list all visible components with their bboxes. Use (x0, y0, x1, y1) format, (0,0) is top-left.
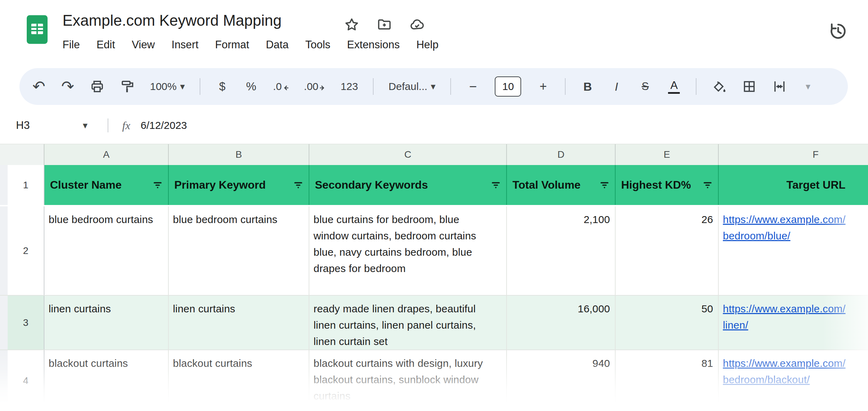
menu-edit[interactable]: Edit (95, 38, 116, 52)
cell-C2[interactable]: blue curtains for bedroom, blue window c… (309, 206, 507, 295)
menu-view[interactable]: View (130, 38, 156, 52)
zoom-select[interactable]: 100% ▾ (150, 76, 185, 97)
cell-D3[interactable]: 16,000 (507, 296, 616, 350)
filter-icon[interactable] (152, 180, 163, 191)
increase-decimal-button[interactable]: .00 (304, 76, 326, 97)
menu-extensions[interactable]: Extensions (346, 38, 401, 52)
fill-color-button[interactable] (711, 76, 727, 97)
menu-file[interactable]: File (61, 38, 81, 52)
chevron-down-icon[interactable]: ▾ (806, 81, 810, 92)
cloud-status-icon[interactable] (409, 17, 425, 33)
menu-data[interactable]: Data (265, 38, 290, 52)
toolbar-separator (200, 78, 200, 95)
select-all-corner[interactable] (0, 144, 44, 165)
filter-icon[interactable] (293, 180, 304, 191)
cell-A3[interactable]: linen curtains (44, 296, 169, 350)
italic-button[interactable]: I (609, 76, 623, 97)
decrease-font-size-button[interactable]: − (466, 76, 480, 97)
toolbar-separator (696, 78, 696, 95)
target-url-link[interactable]: https://www.example.com/ bedroom/blackou… (723, 357, 845, 385)
cell-B1[interactable]: Primary Keyword (169, 165, 309, 205)
cell-B4[interactable]: blackout curtains (169, 350, 309, 411)
filter-icon[interactable] (490, 180, 501, 191)
sheets-logo[interactable] (22, 14, 53, 45)
menu-tools[interactable]: Tools (304, 38, 332, 52)
name-box[interactable]: H3 ▾ (0, 119, 87, 132)
version-history-icon[interactable] (827, 20, 849, 42)
cell-E3[interactable]: 50 (616, 296, 719, 350)
filter-icon[interactable] (702, 180, 713, 191)
table-row: 1 Cluster Name Primary Keyword Secondary… (0, 165, 868, 206)
cell-F1[interactable]: Target URL (719, 165, 868, 205)
merge-cells-button[interactable] (772, 76, 787, 97)
chevron-down-icon: ▾ (431, 81, 436, 92)
cell-E1[interactable]: Highest KD% (616, 165, 719, 205)
move-folder-icon[interactable] (376, 17, 392, 33)
fill-color-icon (711, 79, 727, 94)
cell-C1[interactable]: Secondary Keywords (309, 165, 507, 205)
row-gutter (0, 206, 8, 295)
menu-help[interactable]: Help (415, 38, 440, 52)
cell-A1[interactable]: Cluster Name (44, 165, 169, 205)
redo-button[interactable]: ↷ (61, 76, 75, 97)
undo-icon: ↶ (33, 79, 45, 94)
strikethrough-button[interactable]: S (638, 76, 652, 97)
toolbar-separator (565, 78, 566, 95)
decrease-decimal-button[interactable]: .0 (273, 76, 289, 97)
font-size-input[interactable]: 10 (495, 76, 521, 97)
doc-title[interactable]: Example.com Keyword Mapping (62, 12, 282, 29)
menu-format[interactable]: Format (214, 38, 251, 52)
target-url-link[interactable]: https://www.example.com/ bedroom/blue/ (723, 214, 845, 241)
cell-D4[interactable]: 940 (507, 350, 616, 411)
text-color-bar (668, 92, 680, 94)
menu-insert[interactable]: Insert (170, 38, 200, 52)
increase-font-size-button[interactable]: + (536, 76, 550, 97)
star-icon[interactable] (344, 17, 360, 33)
bold-button[interactable]: B (581, 76, 594, 97)
column-header-F[interactable]: F (719, 144, 868, 165)
cell-E4[interactable]: 81 (616, 350, 719, 411)
cell-B2[interactable]: blue bedroom curtains (169, 206, 309, 295)
cell-B3[interactable]: linen curtains (169, 296, 309, 350)
column-header-A[interactable]: A (44, 144, 169, 165)
spreadsheet-grid: A B C D E F 1 Cluster Name Primary Keywo… (0, 144, 868, 411)
row-header-4[interactable]: 4 (8, 350, 44, 411)
row-gutter (0, 165, 8, 205)
cell-F3[interactable]: https://www.example.com/ linen/ (719, 296, 868, 350)
cell-C3[interactable]: ready made linen drapes, beautiful linen… (309, 296, 507, 350)
text-color-button[interactable]: A (667, 76, 681, 97)
format-currency-button[interactable]: $ (215, 76, 229, 97)
row-header-3[interactable]: 3 (8, 296, 44, 350)
row-gutter (0, 296, 8, 350)
row-header-2[interactable]: 2 (8, 206, 44, 295)
font-name-select[interactable]: Defaul... ▾ (389, 76, 435, 97)
row-header-1[interactable]: 1 (8, 165, 44, 205)
cell-F2[interactable]: https://www.example.com/ bedroom/blue/ (719, 206, 868, 295)
toolbar-separator (373, 78, 374, 95)
borders-button[interactable] (742, 76, 757, 97)
print-button[interactable] (90, 76, 105, 97)
cell-A2[interactable]: blue bedroom curtains (44, 206, 169, 295)
arrow-left-icon (283, 85, 289, 91)
undo-button[interactable]: ↶ (32, 76, 46, 97)
target-url-link[interactable]: https://www.example.com/ linen/ (723, 303, 845, 331)
format-percent-button[interactable]: % (244, 76, 258, 97)
paint-format-button[interactable] (120, 76, 135, 97)
cell-F4[interactable]: https://www.example.com/ bedroom/blackou… (719, 350, 868, 411)
cell-D1[interactable]: Total Volume (507, 165, 616, 205)
cell-A4[interactable]: blackout curtains (44, 350, 169, 411)
more-formats-button[interactable]: 123 (341, 76, 358, 97)
chevron-down-icon: ▾ (83, 120, 87, 131)
formula-bar: H3 ▾ fx 6/12/2023 (0, 107, 868, 144)
formula-input[interactable]: 6/12/2023 (141, 120, 187, 131)
filter-icon[interactable] (599, 180, 610, 191)
cell-E2[interactable]: 26 (616, 206, 719, 295)
column-header-E[interactable]: E (616, 144, 719, 165)
merge-cells-icon (772, 79, 787, 94)
active-cell-ref: H3 (16, 119, 30, 132)
cell-C4[interactable]: blackout curtains with design, luxury bl… (309, 350, 507, 411)
column-header-D[interactable]: D (507, 144, 616, 165)
column-header-C[interactable]: C (309, 144, 507, 165)
column-header-B[interactable]: B (169, 144, 309, 165)
cell-D2[interactable]: 2,100 (507, 206, 616, 295)
